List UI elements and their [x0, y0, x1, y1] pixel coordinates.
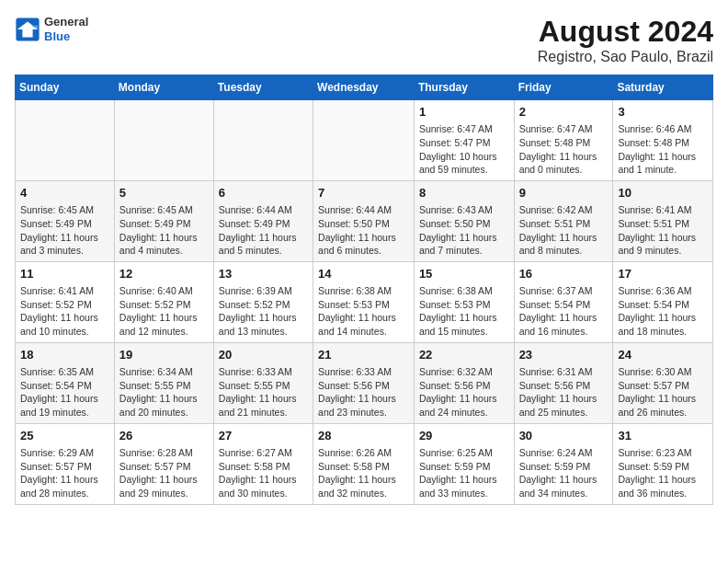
page-subtitle: Registro, Sao Paulo, Brazil	[538, 49, 713, 65]
page-header: General Blue August 2024 Registro, Sao P…	[15, 15, 713, 65]
day-content: Sunrise: 6:36 AM Sunset: 5:54 PM Dayligh…	[618, 284, 708, 339]
day-cell: 2Sunrise: 6:47 AM Sunset: 5:48 PM Daylig…	[514, 100, 613, 181]
day-content: Sunrise: 6:28 AM Sunset: 5:57 PM Dayligh…	[119, 446, 209, 500]
day-number: 16	[519, 266, 609, 282]
day-number: 11	[20, 266, 109, 282]
day-content: Sunrise: 6:31 AM Sunset: 5:56 PM Dayligh…	[519, 365, 609, 419]
day-number: 15	[419, 266, 509, 282]
day-cell: 8Sunrise: 6:43 AM Sunset: 5:50 PM Daylig…	[414, 180, 514, 261]
day-cell	[114, 100, 213, 181]
day-number: 24	[618, 347, 708, 363]
day-content: Sunrise: 6:41 AM Sunset: 5:52 PM Dayligh…	[20, 284, 109, 339]
day-cell	[213, 100, 313, 181]
day-cell: 16Sunrise: 6:37 AM Sunset: 5:54 PM Dayli…	[514, 261, 613, 342]
day-number: 29	[419, 428, 509, 444]
day-cell: 25Sunrise: 6:29 AM Sunset: 5:57 PM Dayli…	[16, 423, 115, 504]
day-cell: 12Sunrise: 6:40 AM Sunset: 5:52 PM Dayli…	[114, 261, 213, 342]
day-content: Sunrise: 6:45 AM Sunset: 5:49 PM Dayligh…	[20, 203, 109, 258]
header-cell-saturday: Saturday	[613, 75, 713, 100]
day-cell: 14Sunrise: 6:38 AM Sunset: 5:53 PM Dayli…	[313, 261, 415, 342]
day-cell	[16, 100, 115, 181]
day-number: 5	[119, 185, 209, 201]
day-content: Sunrise: 6:34 AM Sunset: 5:55 PM Dayligh…	[119, 365, 209, 419]
day-number: 6	[219, 185, 308, 201]
week-row-5: 25Sunrise: 6:29 AM Sunset: 5:57 PM Dayli…	[16, 423, 713, 504]
day-content: Sunrise: 6:32 AM Sunset: 5:56 PM Dayligh…	[419, 365, 509, 419]
day-content: Sunrise: 6:33 AM Sunset: 5:56 PM Dayligh…	[318, 365, 409, 419]
day-number: 8	[419, 185, 509, 201]
page-title: August 2024	[538, 15, 713, 49]
day-cell: 28Sunrise: 6:26 AM Sunset: 5:58 PM Dayli…	[313, 423, 415, 504]
day-cell: 17Sunrise: 6:36 AM Sunset: 5:54 PM Dayli…	[613, 261, 713, 342]
day-number: 20	[219, 347, 308, 363]
day-cell: 20Sunrise: 6:33 AM Sunset: 5:55 PM Dayli…	[213, 342, 313, 423]
day-cell: 22Sunrise: 6:32 AM Sunset: 5:56 PM Dayli…	[414, 342, 514, 423]
logo-text: General Blue	[44, 15, 88, 43]
day-cell: 27Sunrise: 6:27 AM Sunset: 5:58 PM Dayli…	[213, 423, 313, 504]
day-number: 25	[20, 428, 109, 444]
day-number: 13	[219, 266, 308, 282]
day-number: 10	[618, 185, 708, 201]
header-row: SundayMondayTuesdayWednesdayThursdayFrid…	[16, 75, 713, 100]
day-content: Sunrise: 6:26 AM Sunset: 5:58 PM Dayligh…	[318, 446, 409, 500]
day-number: 27	[219, 428, 308, 444]
calendar-body: 1Sunrise: 6:47 AM Sunset: 5:47 PM Daylig…	[16, 100, 713, 505]
day-number: 3	[618, 104, 708, 121]
day-cell: 5Sunrise: 6:45 AM Sunset: 5:49 PM Daylig…	[114, 180, 213, 261]
day-cell: 24Sunrise: 6:30 AM Sunset: 5:57 PM Dayli…	[613, 342, 713, 423]
day-cell: 23Sunrise: 6:31 AM Sunset: 5:56 PM Dayli…	[514, 342, 613, 423]
header-cell-sunday: Sunday	[16, 75, 115, 100]
day-cell: 31Sunrise: 6:23 AM Sunset: 5:59 PM Dayli…	[613, 423, 713, 504]
day-content: Sunrise: 6:33 AM Sunset: 5:55 PM Dayligh…	[219, 365, 308, 419]
day-cell: 13Sunrise: 6:39 AM Sunset: 5:52 PM Dayli…	[213, 261, 313, 342]
logo-icon	[15, 17, 40, 42]
day-content: Sunrise: 6:45 AM Sunset: 5:49 PM Dayligh…	[119, 203, 209, 258]
day-number: 9	[519, 185, 609, 201]
day-cell: 1Sunrise: 6:47 AM Sunset: 5:47 PM Daylig…	[414, 100, 514, 181]
week-row-2: 4Sunrise: 6:45 AM Sunset: 5:49 PM Daylig…	[16, 180, 713, 261]
day-content: Sunrise: 6:24 AM Sunset: 5:59 PM Dayligh…	[519, 446, 609, 500]
day-content: Sunrise: 6:38 AM Sunset: 5:53 PM Dayligh…	[318, 284, 409, 339]
header-cell-thursday: Thursday	[414, 75, 514, 100]
day-content: Sunrise: 6:29 AM Sunset: 5:57 PM Dayligh…	[20, 446, 109, 500]
day-number: 28	[318, 428, 409, 444]
header-cell-tuesday: Tuesday	[213, 75, 313, 100]
day-number: 23	[519, 347, 609, 363]
day-cell: 11Sunrise: 6:41 AM Sunset: 5:52 PM Dayli…	[16, 261, 115, 342]
day-content: Sunrise: 6:37 AM Sunset: 5:54 PM Dayligh…	[519, 284, 609, 339]
day-cell: 26Sunrise: 6:28 AM Sunset: 5:57 PM Dayli…	[114, 423, 213, 504]
day-number: 31	[618, 428, 708, 444]
day-content: Sunrise: 6:47 AM Sunset: 5:48 PM Dayligh…	[519, 122, 609, 177]
day-cell: 9Sunrise: 6:42 AM Sunset: 5:51 PM Daylig…	[514, 180, 613, 261]
day-content: Sunrise: 6:30 AM Sunset: 5:57 PM Dayligh…	[618, 365, 708, 419]
week-row-1: 1Sunrise: 6:47 AM Sunset: 5:47 PM Daylig…	[16, 100, 713, 181]
day-number: 14	[318, 266, 409, 282]
day-cell: 15Sunrise: 6:38 AM Sunset: 5:53 PM Dayli…	[414, 261, 514, 342]
day-number: 22	[419, 347, 509, 363]
day-cell: 4Sunrise: 6:45 AM Sunset: 5:49 PM Daylig…	[16, 180, 115, 261]
day-number: 7	[318, 185, 409, 201]
week-row-3: 11Sunrise: 6:41 AM Sunset: 5:52 PM Dayli…	[16, 261, 713, 342]
day-content: Sunrise: 6:35 AM Sunset: 5:54 PM Dayligh…	[20, 365, 109, 419]
logo: General Blue	[15, 15, 88, 43]
day-cell: 7Sunrise: 6:44 AM Sunset: 5:50 PM Daylig…	[313, 180, 415, 261]
day-cell: 10Sunrise: 6:41 AM Sunset: 5:51 PM Dayli…	[613, 180, 713, 261]
week-row-4: 18Sunrise: 6:35 AM Sunset: 5:54 PM Dayli…	[16, 342, 713, 423]
day-content: Sunrise: 6:39 AM Sunset: 5:52 PM Dayligh…	[219, 284, 308, 339]
day-number: 18	[20, 347, 109, 363]
day-number: 4	[20, 185, 109, 201]
header-cell-monday: Monday	[114, 75, 213, 100]
day-content: Sunrise: 6:43 AM Sunset: 5:50 PM Dayligh…	[419, 203, 509, 258]
day-number: 2	[519, 104, 609, 121]
calendar-header: SundayMondayTuesdayWednesdayThursdayFrid…	[16, 75, 713, 100]
day-content: Sunrise: 6:25 AM Sunset: 5:59 PM Dayligh…	[419, 446, 509, 500]
header-cell-friday: Friday	[514, 75, 613, 100]
day-cell: 30Sunrise: 6:24 AM Sunset: 5:59 PM Dayli…	[514, 423, 613, 504]
day-content: Sunrise: 6:40 AM Sunset: 5:52 PM Dayligh…	[119, 284, 209, 339]
day-content: Sunrise: 6:44 AM Sunset: 5:49 PM Dayligh…	[219, 203, 308, 258]
day-content: Sunrise: 6:23 AM Sunset: 5:59 PM Dayligh…	[618, 446, 708, 500]
day-content: Sunrise: 6:38 AM Sunset: 5:53 PM Dayligh…	[419, 284, 509, 339]
title-area: August 2024 Registro, Sao Paulo, Brazil	[538, 15, 713, 65]
day-content: Sunrise: 6:42 AM Sunset: 5:51 PM Dayligh…	[519, 203, 609, 258]
day-cell: 18Sunrise: 6:35 AM Sunset: 5:54 PM Dayli…	[16, 342, 115, 423]
